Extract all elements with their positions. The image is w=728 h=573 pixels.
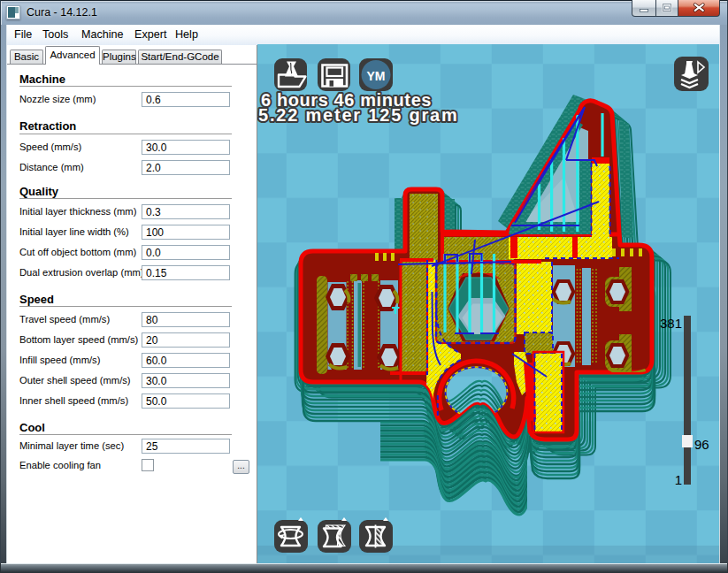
svg-text:96: 96: [694, 437, 709, 452]
svg-text:YM: YM: [367, 69, 386, 83]
svg-text:1: 1: [675, 472, 682, 487]
svg-text:5.22 meter 125 gram: 5.22 meter 125 gram: [258, 105, 459, 125]
svg-text:381: 381: [660, 316, 682, 331]
